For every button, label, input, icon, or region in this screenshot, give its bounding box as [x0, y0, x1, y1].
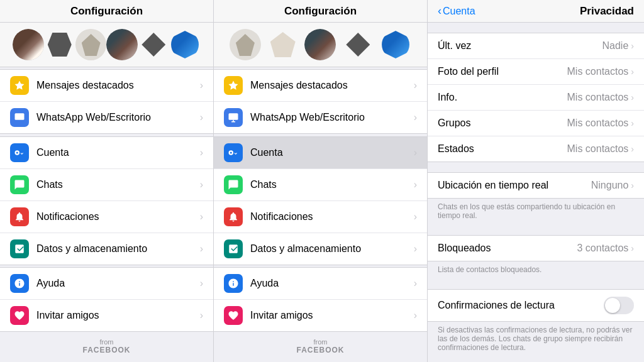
data-icon-2: [224, 239, 243, 258]
left-whatsapp-item[interactable]: WhatsApp Web/Escritorio ›: [0, 102, 213, 133]
middle-mensajes-item[interactable]: Mensajes destacados ›: [214, 70, 427, 102]
middle-content: Mensajes destacados › WhatsApp Web/Escri…: [214, 67, 427, 362]
arrow-m7: ›: [414, 278, 417, 289]
estados-value: Mis contactos: [567, 143, 629, 155]
middle-invitar-item[interactable]: Invitar amigos ›: [214, 300, 427, 331]
left-datos-item[interactable]: Datos y almacenamiento ›: [0, 233, 213, 265]
left-notif-item[interactable]: Notificaciones ›: [0, 201, 213, 233]
avatar-m4[interactable]: [342, 29, 374, 60]
chat-icon-1: [10, 175, 29, 194]
back-label: Cuenta: [443, 6, 475, 17]
middle-ayuda-item[interactable]: Ayuda ›: [214, 268, 427, 300]
left-content: Mensajes destacados › WhatsApp Web/Escri…: [0, 67, 213, 362]
ubicacion-label: Ubicación en tiempo real: [438, 180, 591, 191]
left-group-1: Mensajes destacados › WhatsApp Web/Escri…: [0, 69, 213, 134]
middle-notif-item[interactable]: Notificaciones ›: [214, 201, 427, 233]
cuenta-label-2: Cuenta: [250, 147, 414, 158]
bell-icon-2: [224, 207, 243, 226]
middle-whatsapp-item[interactable]: WhatsApp Web/Escritorio ›: [214, 102, 427, 133]
left-ayuda-item[interactable]: Ayuda ›: [0, 268, 213, 300]
middle-datos-item[interactable]: Datos y almacenamiento ›: [214, 233, 427, 265]
avatar-5[interactable]: [138, 29, 169, 60]
facebook-text-2: FACEBOOK: [296, 346, 344, 354]
confirmaciones-group: Confirmaciones de lectura: [428, 289, 644, 322]
ult-vez-label: Últ. vez: [438, 40, 602, 52]
grupos-item[interactable]: Grupos Mis contactos ›: [428, 111, 644, 136]
avatar-1[interactable]: [13, 29, 44, 60]
left-footer: from FACEBOOK: [0, 332, 213, 362]
left-invitar-item[interactable]: Invitar amigos ›: [0, 300, 213, 331]
middle-group-2: Cuenta › Chats › Notificaciones ›: [214, 136, 427, 265]
invitar-label-2: Invitar amigos: [250, 310, 414, 321]
detail-scroll: Últ. vez Nadie › Foto del perfil Mis con…: [428, 23, 644, 362]
avatar-4[interactable]: [106, 29, 138, 60]
estados-item[interactable]: Estados Mis contactos ›: [428, 136, 644, 162]
back-button[interactable]: ‹ Cuenta: [438, 4, 475, 18]
chats-label-2: Chats: [250, 179, 414, 190]
foto-perfil-item[interactable]: Foto del perfil Mis contactos ›: [428, 59, 644, 85]
cuenta-label-1: Cuenta: [36, 147, 200, 158]
ubicacion-group: Ubicación en tiempo real Ninguno ›: [428, 172, 644, 199]
privacy-group: Últ. vez Nadie › Foto del perfil Mis con…: [428, 33, 644, 162]
ult-vez-value: Nadie: [602, 40, 629, 52]
info-icon-2: [224, 274, 243, 293]
arrow-m6: ›: [414, 243, 417, 255]
estados-arrow: ›: [631, 144, 634, 154]
avatar-2[interactable]: [44, 29, 75, 60]
mensajes-label-1: Mensajes destacados: [36, 80, 200, 91]
data-icon-1: [10, 239, 29, 258]
info-item[interactable]: Info. Mis contactos ›: [428, 85, 644, 111]
ult-vez-item[interactable]: Últ. vez Nadie ›: [428, 33, 644, 59]
monitor-icon-2: [224, 108, 243, 127]
chevron-left-icon: ‹: [438, 4, 441, 18]
arrow-1: ›: [200, 80, 203, 91]
from-text-1: from: [100, 338, 114, 346]
chat-icon-2: [224, 175, 243, 194]
left-avatar-row: [0, 23, 213, 67]
middle-header: Configuración: [214, 0, 427, 23]
notif-label-1: Notificaciones: [36, 211, 200, 222]
arrow-m4: ›: [414, 179, 417, 190]
svg-rect-1: [229, 114, 238, 121]
ult-vez-arrow: ›: [631, 41, 634, 51]
grupos-value: Mis contactos: [567, 118, 629, 129]
arrow-m3: ›: [414, 147, 417, 158]
info-arrow: ›: [631, 92, 634, 102]
avatar-m5[interactable]: [380, 29, 411, 60]
avatar-6[interactable]: [169, 29, 201, 60]
confirmaciones-toggle[interactable]: [604, 297, 634, 314]
ubicacion-item[interactable]: Ubicación en tiempo real Ninguno ›: [428, 173, 644, 198]
bloqueados-group: Bloqueados 3 contactos ›: [428, 235, 644, 261]
arrow-6: ›: [200, 243, 203, 255]
whatsapp-label-1: WhatsApp Web/Escritorio: [36, 112, 200, 123]
middle-cuenta-item[interactable]: Cuenta ›: [214, 137, 427, 169]
middle-footer: from FACEBOOK: [214, 332, 427, 362]
info-icon-1: [10, 274, 29, 293]
left-cuenta-item[interactable]: Cuenta ›: [0, 137, 213, 169]
arrow-m2: ›: [414, 112, 417, 123]
left-mensajes-item[interactable]: Mensajes destacados ›: [0, 70, 213, 102]
key-icon-2: [224, 143, 243, 162]
from-text-2: from: [314, 338, 328, 346]
bloqueados-item[interactable]: Bloqueados 3 contactos ›: [428, 236, 644, 261]
middle-group-1: Mensajes destacados › WhatsApp Web/Escri…: [214, 69, 427, 134]
heart-icon-2: [224, 306, 243, 325]
foto-perfil-value: Mis contactos: [567, 66, 629, 77]
svg-rect-0: [15, 114, 25, 121]
avatar-m2[interactable]: [267, 29, 299, 60]
avatar-m3[interactable]: [304, 29, 336, 60]
star-icon: [10, 76, 29, 95]
middle-chats-item[interactable]: Chats ›: [214, 169, 427, 201]
bloqueados-label: Bloqueados: [438, 243, 577, 254]
confirmaciones-item[interactable]: Confirmaciones de lectura: [428, 290, 644, 321]
left-group-3: Ayuda › Invitar amigos ›: [0, 267, 213, 332]
left-chats-item[interactable]: Chats ›: [0, 169, 213, 201]
middle-panel: Configuración Mensajes destacados: [214, 0, 428, 362]
middle-group-3: Ayuda › Invitar amigos ›: [214, 267, 427, 332]
avatar-m1[interactable]: [230, 29, 261, 60]
avatar-3[interactable]: [75, 29, 107, 60]
notif-label-2: Notificaciones: [250, 211, 414, 222]
datos-label-1: Datos y almacenamiento: [36, 243, 200, 255]
confirmaciones-label: Confirmaciones de lectura: [438, 300, 604, 311]
arrow-5: ›: [200, 211, 203, 222]
